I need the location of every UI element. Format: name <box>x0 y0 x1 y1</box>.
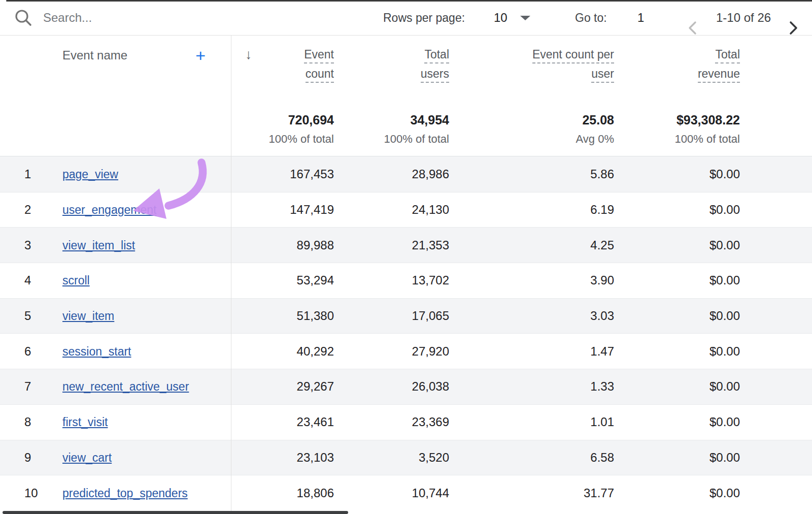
table-toolbar: Rows per page: 10 Go to: 1 1-10 of 26 <box>0 0 812 36</box>
revenue-cell: $0.00 <box>626 309 752 323</box>
header-line: user <box>591 67 614 83</box>
header-line: count <box>306 67 334 83</box>
revenue-cell: $0.00 <box>626 203 752 217</box>
event-count-cell: 51,380 <box>231 309 346 323</box>
count-per-user-cell: 3.90 <box>461 273 626 287</box>
total-revenue-column-header[interactable]: Total revenue <box>626 48 752 86</box>
table-row: 8 first_visit 23,461 23,369 1.01 $0.00 <box>0 404 812 440</box>
event-count-cell: 29,267 <box>231 379 346 394</box>
header-row: Event name + ↓ Event count Total users E… <box>0 48 812 86</box>
sort-descending-icon[interactable]: ↓ <box>245 47 252 62</box>
event-count-cell: 23,103 <box>231 451 346 465</box>
revenue-cell: $0.00 <box>626 451 752 465</box>
count-per-user-cell: 31.77 <box>461 486 626 500</box>
total-users-cell: 26,038 <box>346 379 461 394</box>
event-count-cell: 147,419 <box>231 203 346 217</box>
event-name-link[interactable]: first_visit <box>62 415 108 429</box>
chevron-down-icon[interactable] <box>520 16 530 20</box>
go-to-page-input[interactable]: 1 <box>637 0 644 36</box>
event-name-link[interactable]: view_item <box>62 309 114 323</box>
total-users-column-header[interactable]: Total users <box>346 48 461 86</box>
event-name-link[interactable]: new_recent_active_user <box>62 380 189 393</box>
table-row: 7 new_recent_active_user 29,267 26,038 1… <box>0 369 812 404</box>
total-users-cell: 10,744 <box>346 486 461 500</box>
events-table: Event name + ↓ Event count Total users E… <box>0 36 812 514</box>
event-name-link[interactable]: view_item_list <box>62 239 135 252</box>
table-row: 9 view_cart 23,103 3,520 6.58 $0.00 <box>0 440 812 475</box>
row-index: 8 <box>0 415 56 429</box>
event-count-cell: 23,461 <box>231 415 346 429</box>
column-divider <box>231 36 231 514</box>
add-dimension-button[interactable]: + <box>195 48 206 63</box>
event-name-link[interactable]: page_view <box>62 168 118 181</box>
count-per-user-cell: 1.47 <box>461 344 626 359</box>
header-line: Event count per <box>532 48 614 63</box>
count-per-user-cell: 6.58 <box>461 451 626 465</box>
revenue-total-sub: 100% of total <box>675 133 740 146</box>
total-users-cell: 28,986 <box>346 167 461 181</box>
revenue-cell: $0.00 <box>626 167 752 181</box>
revenue-cell: $0.00 <box>626 344 752 359</box>
header-line: users <box>421 67 449 83</box>
revenue-cell: $0.00 <box>626 273 752 287</box>
revenue-cell: $0.00 <box>626 415 752 429</box>
event-count-cell: 18,806 <box>231 486 346 500</box>
row-index: 7 <box>0 379 56 394</box>
total-users-total: 34,954 <box>411 112 449 127</box>
pagination-range-label: 1-10 of 26 <box>716 0 771 36</box>
table-row: 10 predicted_top_spenders 18,806 10,744 … <box>0 475 812 510</box>
event-count-cell: 53,294 <box>231 273 346 287</box>
rows-per-page-select[interactable]: 10 <box>494 0 507 36</box>
event-count-cell: 40,292 <box>231 344 346 359</box>
rows-per-page-label: Rows per page: <box>383 0 465 36</box>
event-name-link[interactable]: predicted_top_spenders <box>62 487 188 500</box>
event-name-link[interactable]: scroll <box>62 274 90 287</box>
row-index: 9 <box>0 451 56 465</box>
event-name-column-header[interactable]: Event name <box>62 48 127 63</box>
table-row: 4 scroll 53,294 13,702 3.90 $0.00 <box>0 263 812 298</box>
row-index: 4 <box>0 273 56 287</box>
table-row: 6 session_start 40,292 27,920 1.47 $0.00 <box>0 333 812 369</box>
go-to-label: Go to: <box>575 0 607 36</box>
event-name-link[interactable]: user_engagement <box>62 203 156 216</box>
total-users-cell: 24,130 <box>346 203 461 217</box>
count-per-user-cell: 4.25 <box>461 238 626 252</box>
count-per-user-cell: 5.86 <box>461 167 626 181</box>
table-row: 1 page_view 167,453 28,986 5.86 $0.00 <box>0 156 812 192</box>
count-per-user-cell: 1.33 <box>461 379 626 394</box>
event-name-link[interactable]: session_start <box>62 345 131 358</box>
table-row: 3 view_item_list 89,988 21,353 4.25 $0.0… <box>0 227 812 263</box>
event-name-link[interactable]: view_cart <box>62 451 112 464</box>
total-users-cell: 23,369 <box>346 415 461 429</box>
row-index: 5 <box>0 309 56 323</box>
count-per-user-cell: 1.01 <box>461 415 626 429</box>
header-line: Event <box>304 48 334 63</box>
event-count-per-user-column-header[interactable]: Event count per user <box>461 48 626 86</box>
revenue-total: $93,308.22 <box>676 112 740 127</box>
table-row: 5 view_item 51,380 17,065 3.03 $0.00 <box>0 298 812 334</box>
event-count-total: 720,694 <box>288 112 334 127</box>
count-per-user-total: 25.08 <box>582 112 614 127</box>
header-line: Total <box>715 48 740 63</box>
revenue-cell: $0.00 <box>626 238 752 252</box>
event-count-cell: 167,453 <box>231 167 346 181</box>
event-count-total-sub: 100% of total <box>269 133 334 146</box>
revenue-cell: $0.00 <box>626 379 752 394</box>
screenshot-top-edge <box>6 0 812 2</box>
row-index: 6 <box>0 344 56 359</box>
event-count-cell: 89,988 <box>231 238 346 252</box>
total-users-cell: 27,920 <box>346 344 461 359</box>
totals-row: 720,694 100% of total 34,954 100% of tot… <box>0 112 812 146</box>
row-index: 1 <box>0 167 56 181</box>
row-index: 3 <box>0 238 56 252</box>
search-icon <box>14 0 33 36</box>
total-users-cell: 21,353 <box>346 238 461 252</box>
screenshot-bottom-edge <box>3 511 348 514</box>
search-input[interactable] <box>43 0 256 36</box>
count-per-user-cell: 6.19 <box>461 203 626 217</box>
count-per-user-total-sub: Avg 0% <box>576 133 614 146</box>
total-users-cell: 3,520 <box>346 451 461 465</box>
table-body: 1 page_view 167,453 28,986 5.86 $0.00 2 … <box>0 156 812 510</box>
count-per-user-cell: 3.03 <box>461 309 626 323</box>
event-count-column-header[interactable]: ↓ Event count <box>231 48 346 86</box>
